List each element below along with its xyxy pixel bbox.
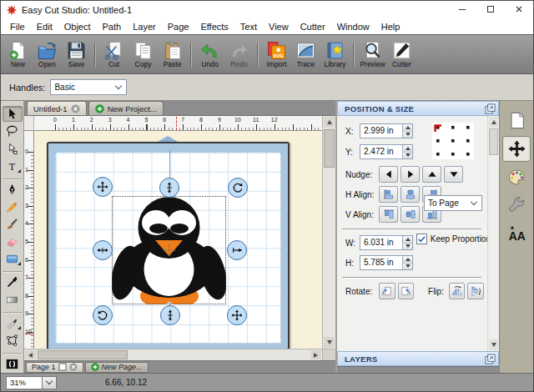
x-input[interactable]: 2.999 in [360, 123, 413, 138]
handle-stretch-horizontal[interactable] [93, 240, 113, 260]
side-tab-document[interactable] [502, 108, 531, 133]
maximize-button[interactable] [476, 1, 505, 19]
panel-popout-icon[interactable] [485, 103, 496, 114]
cutter-button[interactable]: Cutter [387, 40, 416, 69]
redo-button[interactable]: Redo [224, 40, 254, 69]
nudge-left-button[interactable] [379, 166, 398, 183]
scroll-down-icon[interactable] [489, 339, 498, 350]
menu-item[interactable]: Object [58, 19, 97, 34]
width-input[interactable]: 6.031 in [360, 235, 413, 250]
select-tool[interactable] [3, 106, 23, 122]
handle-move[interactable] [93, 177, 113, 197]
spin-down-icon[interactable] [403, 152, 412, 159]
brush-tool[interactable] [3, 217, 23, 233]
side-tab-position[interactable] [502, 136, 531, 162]
preview-button[interactable]: Preview [358, 40, 387, 69]
open-button[interactable]: Open [33, 40, 62, 69]
anchor-point-grid[interactable] [432, 123, 474, 159]
new-button[interactable]: New [3, 40, 33, 69]
handle-stretch-vertical[interactable] [159, 178, 179, 198]
spin-down-icon[interactable] [403, 243, 412, 250]
side-tab-colors[interactable] [502, 164, 531, 190]
tab-page-1[interactable]: Page 1 [26, 362, 83, 373]
rotate-left-button[interactable] [379, 283, 395, 299]
align-top-button[interactable] [379, 206, 398, 223]
handle-move[interactable] [227, 305, 247, 325]
undo-button[interactable]: Undo [195, 40, 224, 69]
menu-item[interactable]: Path [97, 19, 128, 34]
paste-button[interactable]: Paste [158, 40, 187, 69]
text-tool[interactable]: T [3, 158, 23, 174]
spin-up-icon[interactable] [403, 256, 412, 263]
import-button[interactable]: SVG Import [262, 40, 291, 69]
side-tab-settings[interactable] [502, 193, 531, 219]
spin-down-icon[interactable] [403, 131, 412, 138]
library-button[interactable]: Library [320, 40, 350, 69]
menu-item[interactable]: Page [162, 19, 195, 34]
handles-select[interactable]: Basic [50, 79, 127, 95]
tab-new-project[interactable]: New Project... [88, 101, 164, 115]
menu-item[interactable]: Effects [194, 19, 234, 34]
node-edit-tool[interactable] [3, 141, 23, 157]
stencil-bridge-tool[interactable] [3, 356, 23, 372]
trace-button[interactable]: Trace [291, 40, 320, 69]
align-left-button[interactable] [379, 186, 398, 203]
menu-item[interactable]: Text [234, 19, 263, 34]
rotate-right-button[interactable] [398, 283, 415, 299]
menu-item[interactable]: File [4, 19, 31, 34]
scrollbar-thumb[interactable] [489, 128, 498, 155]
zoom-level-input[interactable]: 31% [6, 376, 43, 389]
scroll-down-icon[interactable] [324, 337, 335, 348]
panel-popout-icon[interactable] [485, 354, 496, 364]
handle-rotate[interactable] [228, 178, 248, 198]
align-center-button[interactable] [400, 186, 420, 203]
spin-down-icon[interactable] [403, 263, 412, 270]
pen-tool[interactable] [3, 182, 23, 198]
panel-scrollbar[interactable] [487, 116, 499, 351]
spin-up-icon[interactable] [403, 145, 412, 152]
distort-tool[interactable] [3, 333, 23, 349]
side-tab-fonts[interactable]: AA [502, 221, 531, 247]
handle-rotate[interactable] [93, 305, 113, 325]
knife-tool[interactable] [3, 315, 23, 331]
close-button[interactable] [505, 1, 533, 19]
handle-stretch-vertical[interactable] [160, 305, 180, 325]
nudge-down-button[interactable] [444, 166, 463, 183]
layers-header[interactable]: LAYERS [337, 351, 499, 366]
keep-proportions-checkbox[interactable]: Keep Proportions [416, 234, 495, 244]
menu-item[interactable]: Layer [127, 19, 162, 34]
flip-horizontal-button[interactable] [449, 283, 466, 299]
y-input[interactable]: 2.472 in [360, 144, 413, 159]
nudge-right-button[interactable] [400, 166, 420, 183]
pencil-tool[interactable] [3, 199, 23, 215]
spin-up-icon[interactable] [403, 236, 412, 243]
copy-button[interactable]: Copy [128, 40, 158, 69]
scroll-left-icon[interactable] [25, 350, 36, 359]
shape-tool[interactable] [3, 251, 23, 267]
position-size-header[interactable]: POSITION & SIZE [337, 101, 499, 116]
selection-center-mark[interactable] [163, 244, 176, 257]
scrollbar-thumb[interactable] [324, 129, 335, 168]
save-button[interactable]: Save [62, 40, 91, 69]
flip-vertical-button[interactable] [467, 283, 484, 299]
minimize-button[interactable] [448, 1, 476, 19]
scroll-right-icon[interactable] [310, 350, 321, 359]
tab-close-icon[interactable] [69, 363, 78, 371]
handle-skew-horizontal[interactable] [227, 240, 247, 260]
menu-item[interactable]: View [263, 19, 295, 34]
design-viewport[interactable] [34, 131, 322, 349]
tab-close-icon[interactable] [71, 104, 80, 113]
tab-new-page[interactable]: New Page... [85, 362, 149, 373]
cut-button[interactable]: Cut [99, 40, 128, 69]
nudge-up-button[interactable] [422, 166, 441, 183]
vertical-scrollbar[interactable] [322, 116, 335, 349]
scroll-up-icon[interactable] [324, 117, 335, 128]
eyedropper-tool[interactable] [3, 274, 23, 290]
menu-item[interactable]: Help [375, 19, 406, 34]
menu-item[interactable]: Edit [31, 19, 58, 34]
menu-item[interactable]: Window [331, 19, 375, 34]
tab-untitled-1[interactable]: Untitled-1 [27, 101, 87, 115]
spin-up-icon[interactable] [403, 124, 412, 131]
horizontal-scrollbar[interactable] [24, 349, 322, 360]
scroll-up-icon[interactable] [489, 117, 498, 128]
